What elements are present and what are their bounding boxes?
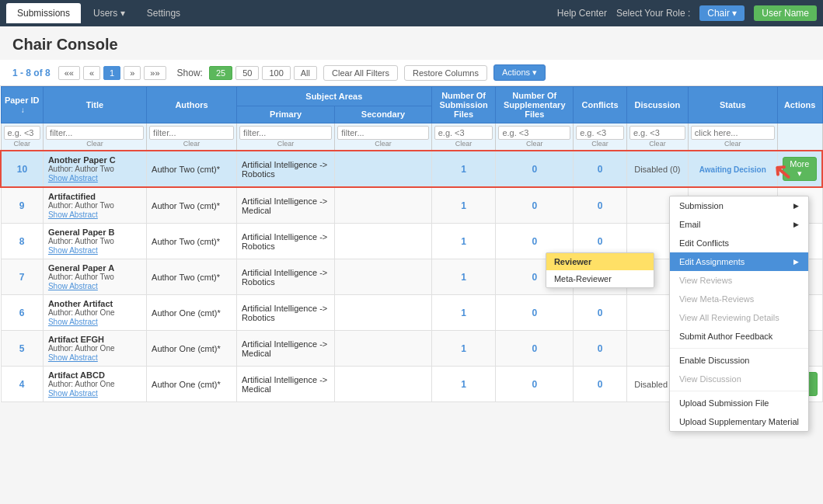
filter-title-clear[interactable]: Clear [46, 140, 144, 148]
col-discussion: Discussion [626, 87, 688, 123]
col-authors: Authors [147, 87, 237, 123]
cell-title: Artifactified Author: Author Two Show Ab… [43, 187, 146, 224]
context-menu-item[interactable]: View All Reviewing Details [670, 308, 808, 327]
context-menu-item[interactable]: Upload Submission File [670, 394, 808, 402]
context-menu-item[interactable]: Enable Discussion [670, 351, 808, 370]
paper-id-link[interactable]: 7 [19, 272, 25, 283]
pagination-last[interactable]: »» [144, 66, 166, 80]
cell-authors: Author Two (cmt)* [147, 259, 237, 295]
filter-conflicts-clear[interactable]: Clear [576, 140, 624, 148]
context-menu-item[interactable]: View Discussion [670, 370, 808, 388]
help-center-link[interactable]: Help Center [557, 8, 607, 19]
pagination-current[interactable]: 1 [103, 66, 120, 80]
show-25-button[interactable]: 25 [209, 66, 232, 80]
show-abstract-link[interactable]: Show Abstract [48, 246, 98, 255]
filter-status-clear[interactable]: Clear [691, 140, 775, 148]
cell-paper-id: 7 [1, 259, 43, 295]
show-abstract-link[interactable]: Show Abstract [48, 318, 98, 326]
show-abstract-link[interactable]: Show Abstract [48, 174, 98, 182]
pagination-prev[interactable]: « [83, 66, 100, 80]
cell-conflicts: 0 [574, 367, 627, 402]
cell-paper-id: 6 [1, 295, 43, 331]
cell-num-sup: 0 [496, 295, 574, 331]
cell-secondary [335, 331, 432, 367]
paper-id-link[interactable]: 10 [17, 164, 27, 175]
context-menu-item[interactable]: Submit Author Feedback [670, 327, 808, 346]
filter-conflicts-input[interactable] [576, 126, 624, 140]
filter-authors-clear[interactable]: Clear [149, 140, 234, 148]
filter-title-input[interactable] [46, 126, 144, 140]
menu-item-label: Email [679, 220, 701, 229]
paper-id-link[interactable]: 5 [19, 343, 25, 354]
show-50-button[interactable]: 50 [235, 66, 259, 80]
paper-id-link[interactable]: 9 [19, 200, 25, 211]
show-abstract-link[interactable]: Show Abstract [48, 389, 98, 398]
context-menu-item[interactable]: Edit Assignments▶ReviewerMeta-Reviewer [670, 252, 808, 271]
filter-primary-clear[interactable]: Clear [239, 140, 332, 148]
clear-filters-button[interactable]: Clear All Filters [323, 65, 398, 81]
menu-item-label: Submit Author Feedback [679, 332, 772, 341]
actions-dropdown-button[interactable]: Actions ▾ [493, 64, 546, 81]
filter-num-sub-input[interactable] [434, 126, 493, 140]
cell-conflicts: 0 [574, 295, 627, 331]
menu-item-label: Edit Conflicts [679, 238, 729, 248]
context-menu-item[interactable]: View Reviews [670, 271, 808, 290]
context-menu-item[interactable]: Email▶ [670, 215, 808, 234]
submenu-item[interactable]: Meta-Reviewer [546, 270, 654, 287]
show-100-button[interactable]: 100 [262, 66, 290, 80]
filter-paper-id-clear[interactable]: Clear [4, 140, 40, 148]
paper-id-link[interactable]: 4 [19, 379, 25, 390]
more-button[interactable]: More ▾ [783, 157, 817, 181]
filter-authors-input[interactable] [149, 126, 234, 140]
pagination-bar: 1 - 8 of 8 «« « 1 » »» Show: 25 50 100 A… [0, 60, 823, 86]
context-menu-item[interactable]: View Meta-Reviews [670, 290, 808, 308]
pagination-first[interactable]: «« [58, 66, 80, 80]
nav-tab-submissions[interactable]: Submissions [6, 3, 81, 23]
paper-title: Artifact ABCD [48, 370, 141, 380]
filter-discussion-input[interactable] [629, 126, 685, 140]
submenu-item[interactable]: Reviewer [546, 253, 654, 270]
filter-num-sub-clear[interactable]: Clear [434, 140, 493, 148]
cell-paper-id: 5 [1, 331, 43, 367]
filter-paper-id-input[interactable] [4, 126, 40, 140]
menu-item-label: View Reviews [679, 276, 732, 285]
nav-right: Help Center Select Your Role : Chair ▾ U… [557, 5, 817, 21]
paper-id-link[interactable]: 6 [19, 308, 25, 318]
nav-tab-users[interactable]: Users ▾ [82, 3, 136, 23]
show-abstract-link[interactable]: Show Abstract [48, 353, 98, 362]
show-abstract-link[interactable]: Show Abstract [48, 210, 98, 219]
show-all-button[interactable]: All [294, 66, 317, 80]
col-paper-id: Paper ID ↓ [1, 87, 43, 123]
submenu-arrow-icon: ▶ [793, 221, 799, 228]
pagination-next[interactable]: » [124, 66, 141, 80]
paper-id-link[interactable]: 8 [19, 236, 25, 247]
filter-status-input[interactable] [691, 126, 775, 140]
paper-title: Another Artifact [48, 299, 141, 308]
col-subject-areas: Subject Areas [236, 87, 431, 106]
table-row[interactable]: 10 Another Paper C Author: Author Two Sh… [1, 151, 822, 187]
show-abstract-link[interactable]: Show Abstract [48, 282, 98, 290]
cell-discussion: Disabled (0) [626, 151, 688, 187]
nav-tab-settings[interactable]: Settings [136, 3, 191, 23]
menu-divider [670, 391, 808, 391]
context-menu-item[interactable]: Edit Conflicts [670, 234, 808, 252]
filter-primary-input[interactable] [239, 126, 332, 140]
role-selector[interactable]: Chair ▾ [699, 5, 745, 21]
filter-num-sup-clear[interactable]: Clear [498, 140, 570, 148]
restore-columns-button[interactable]: Restore Columns [404, 65, 487, 81]
filter-secondary-clear[interactable]: Clear [337, 140, 429, 148]
cell-title: General Paper A Author: Author Two Show … [43, 259, 146, 295]
cell-paper-id: 9 [1, 187, 43, 224]
pagination-info: 1 - 8 of 8 [12, 68, 51, 78]
col-num-supplementary: Number Of Supplementary Files [496, 87, 574, 123]
cell-num-sub: 1 [431, 187, 496, 224]
context-menu-item[interactable]: Submission▶ [670, 196, 808, 215]
filter-secondary-input[interactable] [337, 126, 429, 140]
cell-secondary [335, 151, 432, 187]
filter-num-sup-input[interactable] [498, 126, 570, 140]
sort-icon[interactable]: ↓ [21, 106, 25, 114]
submenu-arrow-icon: ▶ [793, 202, 799, 210]
cell-num-sub: 1 [431, 367, 496, 402]
paper-author: Author: Author One [48, 308, 141, 317]
filter-discussion-clear[interactable]: Clear [629, 140, 685, 148]
